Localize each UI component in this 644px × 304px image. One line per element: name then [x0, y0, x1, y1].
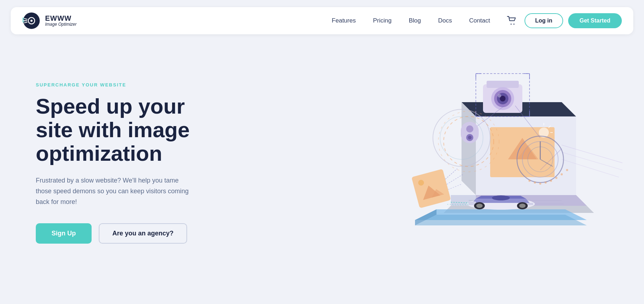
hero-title: Speed up your site with image optimizati…	[36, 95, 222, 165]
svg-point-77	[566, 169, 568, 171]
svg-marker-32	[415, 215, 587, 225]
logo-sub: Image Optimizer	[45, 22, 77, 27]
hero-illustration-svg	[365, 56, 623, 256]
hero-content: SUPERCHARGE YOUR WEBSITE Speed up your s…	[36, 82, 222, 243]
navbar: EWWW Image Optimizer Features Pricing Bl…	[11, 7, 633, 34]
svg-point-72	[539, 183, 541, 185]
logo-brand: EWWW	[45, 14, 77, 22]
hero-illustration	[222, 56, 615, 270]
nav-links: Features Pricing Blog Docs Contact	[332, 17, 490, 24]
logo[interactable]: EWWW Image Optimizer	[22, 11, 77, 30]
get-started-button[interactable]: Get Started	[568, 13, 622, 28]
hero-buttons: Sign Up Are you an agency?	[36, 223, 222, 244]
svg-point-84	[468, 136, 472, 139]
svg-point-76	[561, 173, 563, 175]
nav-contact[interactable]: Contact	[469, 17, 490, 24]
svg-point-73	[545, 181, 547, 184]
svg-rect-54	[487, 81, 519, 88]
svg-point-71	[534, 181, 536, 184]
hero-description: Frustrated by a slow website? We'll help…	[36, 175, 193, 207]
svg-point-70	[528, 180, 531, 182]
cart-icon[interactable]	[504, 13, 519, 28]
agency-button[interactable]: Are you an agency?	[99, 223, 187, 244]
signup-button[interactable]: Sign Up	[36, 223, 92, 244]
svg-line-51	[445, 175, 464, 184]
hero-tagline: SUPERCHARGE YOUR WEBSITE	[36, 82, 222, 88]
svg-point-74	[550, 180, 552, 182]
svg-point-9	[511, 24, 512, 25]
svg-point-10	[513, 24, 514, 25]
svg-line-52	[448, 184, 462, 189]
nav-features[interactable]: Features	[332, 17, 356, 24]
svg-point-75	[555, 177, 557, 179]
login-button[interactable]: Log in	[525, 13, 563, 28]
svg-point-36	[492, 195, 510, 200]
svg-point-82	[466, 125, 473, 133]
svg-point-59	[498, 94, 501, 98]
logo-icon	[22, 11, 41, 30]
hero-section: SUPERCHARGE YOUR WEBSITE Speed up your s…	[0, 41, 644, 284]
nav-actions: Log in Get Started	[504, 13, 622, 28]
nav-pricing[interactable]: Pricing	[373, 17, 391, 24]
nav-blog[interactable]: Blog	[409, 17, 421, 24]
svg-point-41	[476, 204, 483, 208]
svg-point-42	[519, 204, 526, 208]
svg-line-50	[444, 169, 459, 179]
nav-docs[interactable]: Docs	[438, 17, 452, 24]
svg-marker-13	[462, 102, 476, 195]
svg-point-2	[30, 20, 33, 22]
